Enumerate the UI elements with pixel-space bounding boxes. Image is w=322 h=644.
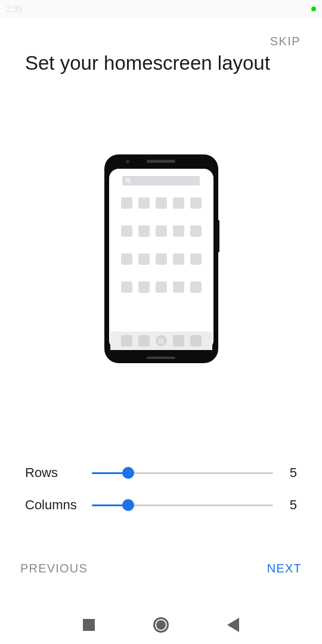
svg-point-3: [160, 339, 162, 340]
columns-value: 5: [273, 497, 297, 513]
battery-indicator-icon: [311, 7, 316, 11]
columns-slider[interactable]: [92, 499, 273, 511]
svg-point-6: [160, 340, 162, 342]
back-icon[interactable]: [227, 618, 239, 632]
svg-point-2: [159, 339, 160, 340]
status-time: 2:35: [6, 4, 22, 14]
columns-label: Columns: [25, 497, 92, 513]
next-button[interactable]: NEXT: [267, 562, 302, 575]
skip-button[interactable]: SKIP: [270, 35, 301, 48]
search-bar-mock: [122, 176, 200, 185]
overview-icon[interactable]: [83, 619, 95, 631]
page-title: Set your homescreen layout: [0, 48, 322, 75]
app-drawer-icon: [156, 335, 167, 346]
svg-point-9: [160, 342, 162, 343]
columns-slider-thumb[interactable]: [122, 499, 134, 511]
rows-slider[interactable]: [92, 467, 273, 479]
status-icons: [311, 7, 316, 11]
rows-label: Rows: [25, 465, 92, 481]
svg-point-5: [159, 340, 160, 342]
svg-line-1: [129, 181, 131, 183]
search-icon: [126, 178, 131, 184]
homescreen-preview: [0, 154, 322, 363]
rows-value: 5: [273, 465, 297, 481]
dock-preview: [110, 332, 212, 350]
system-navigation-bar: [0, 606, 322, 644]
svg-point-10: [162, 342, 163, 343]
phone-screen: [109, 169, 213, 350]
svg-point-7: [162, 340, 163, 342]
svg-point-8: [159, 342, 160, 343]
svg-point-0: [126, 178, 129, 181]
home-icon[interactable]: [153, 617, 169, 633]
app-grid-preview: [114, 197, 209, 332]
phone-mockup: [104, 154, 218, 363]
previous-button[interactable]: PREVIOUS: [20, 562, 88, 575]
status-bar: 2:35: [0, 0, 322, 18]
rows-slider-thumb[interactable]: [122, 467, 134, 479]
svg-point-4: [162, 339, 163, 340]
